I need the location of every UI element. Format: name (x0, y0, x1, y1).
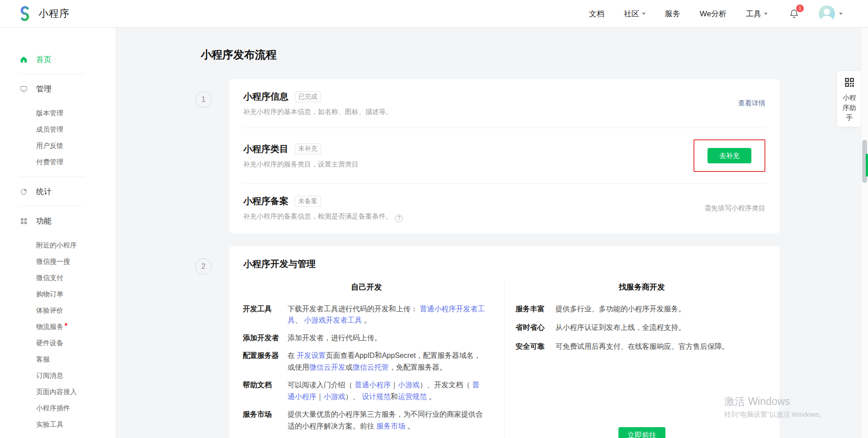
provider-feature-row: 服务丰富提供多行业、多功能的小程序开发服务。 (516, 303, 762, 315)
dev-step-row: 帮助文档可以阅读入门介绍（ 普通小程序｜小游戏）、开发文档（ 普通小程序｜小游戏… (243, 379, 486, 403)
miniprogram-assistant-widget[interactable]: 小程序助手 (837, 71, 862, 127)
status-badge-pending: 未补充 (295, 143, 321, 154)
edge-green-tab[interactable] (866, 154, 868, 176)
sidebar-item[interactable]: 版本管理 (36, 105, 116, 121)
service-provider-title: 找服务商开发 (505, 282, 780, 292)
scrollbar[interactable] (861, 28, 868, 438)
sidebar-item[interactable]: 成员管理 (36, 121, 116, 138)
sidebar-item-features[interactable]: 功能 (19, 212, 116, 230)
provider-feature-desc: 可免费试用后再支付、在线客服响应、官方售后保障。 (556, 341, 762, 352)
help-icon[interactable]: ? (395, 214, 403, 222)
go-now-button[interactable]: 立即前往 (618, 427, 665, 438)
nav-services[interactable]: 服务 (665, 9, 680, 19)
sidebar-item-statistics[interactable]: 统计 (19, 182, 116, 200)
nav-label: 工具 (746, 9, 761, 19)
notification-badge: 1 (796, 5, 804, 12)
text-segment: 添加开发者，进行代码上传。 (288, 334, 382, 342)
sidebar-item-home[interactable]: 首页 (19, 50, 116, 68)
page-title: 小程序发布流程 (201, 48, 868, 62)
sidebar-item-management[interactable]: 管理 (19, 80, 116, 98)
sidebar-group-statistics: 统计 (19, 182, 116, 200)
sidebar-item[interactable]: 微信支付 (36, 270, 116, 286)
text-segment: 、 (295, 316, 304, 324)
notification-bell[interactable]: 1 (789, 9, 799, 19)
sidebar-item-label: 版本管理 (36, 109, 63, 118)
inline-link[interactable]: 运营规范 (398, 393, 427, 400)
go-complete-category-button[interactable]: 去补充 (708, 148, 751, 163)
self-develop-title: 自己开发 (229, 282, 504, 292)
sidebar-item[interactable]: 付费管理 (36, 154, 116, 170)
dev-step-content: 添加开发者，进行代码上传。 (288, 332, 486, 344)
assistant-label: 小程序助手 (840, 93, 859, 122)
inline-link[interactable]: 服务市场 (376, 422, 405, 430)
sidebar-item-label: 体验评价 (36, 306, 63, 315)
nav-docs[interactable]: 文档 (589, 9, 604, 19)
sidebar-item[interactable]: 实验工具 (36, 416, 116, 433)
divider (19, 176, 84, 177)
inline-link[interactable]: 小游戏开发者工具 (304, 316, 362, 324)
sidebar: 首页 管理 版本管理成员管理用户反馈付费管理 统计 (0, 28, 116, 438)
view-details-link[interactable]: 查看详情 (738, 99, 765, 108)
wechat-miniprogram-logo[interactable]: 小程序 (17, 5, 70, 22)
provider-feature-label: 服务丰富 (516, 303, 556, 315)
account-menu[interactable] (819, 5, 843, 22)
text-segment: 。 (405, 422, 414, 430)
text-segment: ）、开发文档（ (420, 381, 472, 389)
row-description: 补充小程序的备案信息，检测是否满足备案条件。? (243, 212, 403, 222)
inline-link[interactable]: 微信云托管 (353, 363, 389, 371)
dev-step-label: 帮助文档 (243, 379, 288, 403)
dev-step-row: 配置服务器在 开发设置页面查看AppID和AppSecret，配置服务器域名，或… (243, 350, 486, 373)
divider (19, 74, 84, 74)
inline-link[interactable]: 普通小程序 (354, 381, 391, 389)
sidebar-item[interactable]: 客服 (36, 351, 116, 367)
text-segment: ，免配置服务器。 (389, 363, 447, 371)
sidebar-item-label: 实验工具 (36, 420, 63, 429)
header-nav: 文档 社区 服务 We分析 工具 1 (589, 5, 843, 22)
dev-step-content: 在 开发设置页面查看AppID和AppSecret，配置服务器域名，或使用微信云… (288, 350, 486, 373)
sidebar-item[interactable]: 微信搜一搜 (36, 253, 116, 270)
sidebar-group-features: 功能 附近的小程序微信搜一搜微信支付购物订单体验评价物流服务硬件设备客服订阅消息… (19, 212, 116, 433)
row-title: 小程序备案 (243, 195, 288, 207)
nav-community[interactable]: 社区 (624, 9, 646, 19)
step-number-1: 1 (195, 91, 212, 108)
dev-step-label: 开发工具 (243, 303, 288, 327)
nav-tools[interactable]: 工具 (746, 9, 768, 19)
sidebar-item[interactable]: 购物订单 (36, 286, 116, 302)
text-segment: ）、 (345, 393, 362, 400)
step-row-category: 小程序类目 未补充 补充小程序的服务类目，设置主营类目 去补充 (243, 128, 765, 183)
home-icon (19, 55, 28, 64)
sidebar-item-label: 微信搜一搜 (36, 257, 70, 266)
inline-link[interactable]: 小游戏 (398, 381, 420, 389)
sidebar-item-label: 成员管理 (36, 125, 63, 134)
sidebar-item[interactable]: 物流服务 (36, 319, 116, 335)
sidebar-item[interactable]: 硬件设备 (36, 335, 116, 351)
sidebar-item-label: 订阅消息 (36, 371, 63, 380)
sidebar-group-label: 管理 (36, 84, 52, 94)
nav-we-analytics[interactable]: We分析 (700, 9, 726, 19)
inline-link[interactable]: 设计规范 (362, 393, 391, 400)
status-badge-done: 已完成 (295, 91, 321, 102)
sidebar-item-label: 物流服务 (36, 323, 63, 331)
sidebar-item-label: 付费管理 (36, 158, 63, 167)
divider (19, 206, 84, 206)
text-segment: 或 (345, 363, 353, 371)
sidebar-item[interactable]: 附近的小程序 (36, 237, 116, 253)
dev-step-content: 下载开发者工具进行代码的开发和上传： 普通小程序开发者工具、 小游戏开发者工具 … (288, 303, 486, 327)
provider-feature-label: 省时省心 (516, 322, 556, 333)
inline-link[interactable]: 开发设置 (297, 352, 326, 359)
sidebar-item[interactable]: 页面内容接入 (36, 384, 116, 400)
sidebar-item[interactable]: 用户反馈 (36, 138, 116, 154)
sidebar-item[interactable]: 小程序插件 (36, 400, 116, 416)
sidebar-item[interactable]: 订阅消息 (36, 367, 116, 384)
sidebar-item[interactable]: 体验评价 (36, 302, 116, 319)
nav-label: 社区 (624, 9, 639, 19)
service-provider-column: 找服务商开发 服务丰富提供多行业、多功能的小程序开发服务。省时省心从小程序认证到… (505, 282, 780, 438)
sidebar-sublist-management: 版本管理成员管理用户反馈付费管理 (19, 98, 116, 171)
publish-step-2: 2 小程序开发与管理 自己开发 开发工具下载开发者工具进行代码的开发和上传： 普… (195, 246, 868, 438)
dev-step-label: 配置服务器 (243, 350, 288, 373)
inline-link[interactable]: 小游戏 (324, 393, 345, 400)
inline-link[interactable]: 微信云开发 (309, 363, 345, 371)
text-segment: 和 (391, 393, 398, 400)
avatar (819, 5, 835, 22)
main-content: 小程序发布流程 1 小程序信息 已完成 补充小程序的基本信息，如名称、图标、描述… (116, 28, 868, 438)
